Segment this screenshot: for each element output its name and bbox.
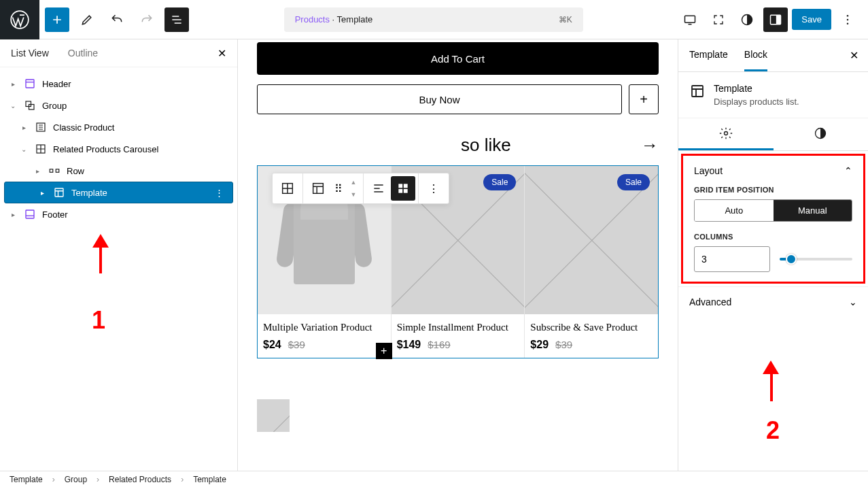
breadcrumb-item[interactable]: Template [10,475,43,484]
buy-now-button[interactable]: Buy Now [257,84,622,114]
svg-point-7 [847,22,849,24]
annotation-number-2: 2 [766,416,780,445]
sale-badge: Sale [483,174,516,190]
editor-canvas[interactable]: Add To Cart Buy Now + so like → ⠿▲▼ ⋮ Sa… [238,39,678,471]
move-up-icon[interactable]: ▲ [347,176,360,188]
product-name: Subscribe & Save Product [530,321,653,335]
svg-rect-18 [313,184,324,194]
tree-item-template-selected[interactable]: ▸Template⋮ [4,182,233,203]
tree-item-options-icon[interactable]: ⋮ [215,188,224,198]
command-shortcut: ⌘K [559,15,572,24]
svg-rect-22 [404,189,408,193]
list-view-panel: List View Outline ✕ ▸Header ⌄Group ▸Clas… [0,39,238,471]
columns-label: COLUMNS [694,233,852,241]
edit-tool-button[interactable] [75,7,99,32]
svg-rect-8 [26,80,34,88]
tree-item-footer[interactable]: ▸Footer [0,203,237,225]
breadcrumb-item[interactable]: Template [193,475,226,484]
svg-rect-10 [29,105,35,110]
svg-rect-4 [776,15,781,24]
parent-block-icon[interactable] [306,176,330,201]
settings-panel-toggle[interactable] [763,7,788,32]
price-current: $149 [397,339,421,351]
annotation-highlight-box: Layout⌃ GRID ITEM POSITION Auto Manual C… [681,154,865,284]
tree-item-classic-product[interactable]: ▸Classic Product [0,116,237,138]
close-settings-icon[interactable]: ✕ [850,49,858,62]
undo-button[interactable] [105,7,129,32]
tree-item-row[interactable]: ▸Row [0,160,237,182]
move-down-icon[interactable]: ▼ [347,188,360,201]
columns-input[interactable] [694,246,770,272]
layout-section-header[interactable]: Layout⌃ [694,165,852,176]
save-button[interactable]: Save [792,9,831,30]
more-options-button[interactable] [835,7,860,32]
block-tree: ▸Header ⌄Group ▸Classic Product ⌄Related… [0,67,237,231]
doc-title-product: Products [295,14,330,24]
thumbnail-placeholder[interactable] [257,399,290,432]
fullscreen-button[interactable] [706,7,731,32]
redo-button[interactable] [135,7,159,32]
svg-rect-14 [56,169,59,173]
breadcrumb-item[interactable]: Related Products [109,475,171,484]
price-old: $169 [428,339,450,350]
toggle-manual[interactable]: Manual [774,200,852,221]
view-desktop-button[interactable] [678,7,702,32]
breadcrumb-bar: Template› Group› Related Products› Templ… [0,471,868,487]
svg-rect-16 [26,210,34,218]
close-listview-icon[interactable]: ✕ [218,47,226,60]
wordpress-logo[interactable] [0,0,39,39]
block-more-icon[interactable]: ⋮ [421,176,446,201]
tree-item-header[interactable]: ▸Header [0,73,237,95]
styles-button[interactable] [735,7,759,32]
price-old: $39 [555,339,572,350]
block-type-icon[interactable] [275,176,300,201]
price-old: $39 [288,339,305,350]
block-type-icon [689,83,706,99]
block-toolbar: ⠿▲▼ ⋮ [272,173,449,204]
product-card[interactable]: Sale Subscribe & Save Product$29$39 [525,166,658,358]
section-title-also-like: so like → [257,135,659,156]
add-block-inline-button[interactable]: + [629,84,659,114]
sale-badge: Sale [617,174,650,190]
svg-point-5 [847,14,849,16]
align-icon[interactable] [366,176,391,201]
toggle-auto[interactable]: Auto [695,200,774,221]
block-name: Template [714,83,799,94]
svg-point-24 [724,132,727,135]
drag-handle-icon[interactable]: ⠿ [330,176,347,201]
advanced-section-header[interactable]: Advanced⌄ [678,286,868,317]
tab-block[interactable]: Block [744,39,767,71]
grid-view-icon[interactable] [391,176,415,201]
svg-rect-20 [404,184,408,188]
price-current: $24 [263,339,281,351]
add-block-button[interactable] [45,7,69,32]
tab-list-view[interactable]: List View [11,48,49,58]
add-to-cart-button[interactable]: Add To Cart [257,42,659,75]
svg-rect-19 [398,184,402,188]
svg-rect-15 [55,188,63,197]
svg-rect-23 [692,86,703,97]
svg-rect-21 [398,189,402,193]
grid-position-label: GRID ITEM POSITION [694,186,852,194]
top-toolbar: Products · Template ⌘K Save [0,0,868,39]
listview-toggle-button[interactable] [164,7,189,32]
tab-outline[interactable]: Outline [68,48,98,58]
document-bar[interactable]: Products · Template ⌘K [284,7,583,32]
product-name: Multiple Variation Product [263,321,385,335]
tree-item-related-carousel[interactable]: ⌄Related Products Carousel [0,138,237,160]
grid-position-toggle: Auto Manual [694,199,852,222]
svg-rect-9 [26,101,31,107]
add-product-icon[interactable]: + [376,343,392,359]
columns-slider[interactable] [780,258,852,261]
block-description: Displays products list. [714,97,799,107]
product-name: Simple Installment Product [397,321,519,335]
svg-point-6 [847,18,849,20]
breadcrumb-item[interactable]: Group [65,475,87,484]
settings-tab-styles[interactable] [774,118,869,150]
arrow-right-icon[interactable]: → [641,135,659,156]
svg-rect-13 [50,169,53,173]
tree-item-group[interactable]: ⌄Group [0,95,237,116]
product-image-placeholder: Sale [525,166,658,314]
settings-tab-general[interactable] [678,118,774,150]
tab-template[interactable]: Template [689,39,728,71]
